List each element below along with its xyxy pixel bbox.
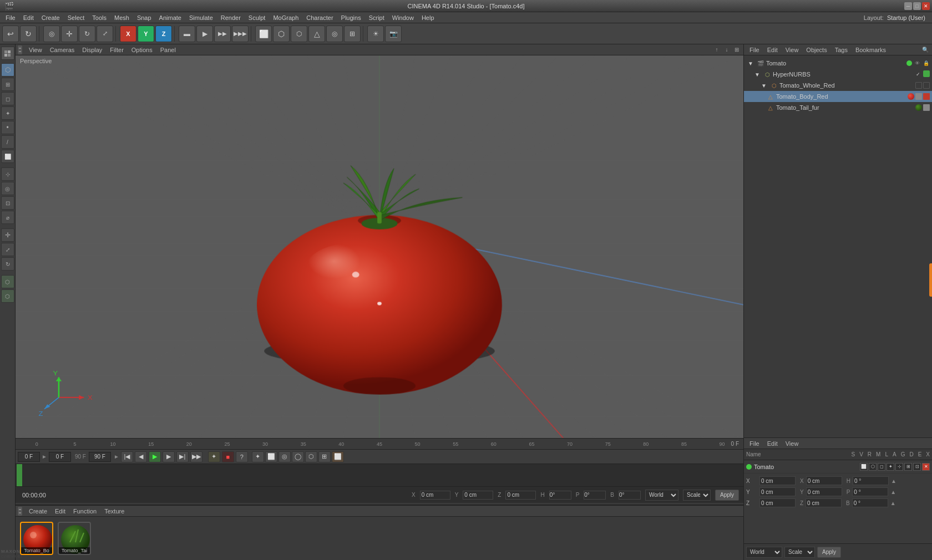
- cylinder-button[interactable]: ⬡: [291, 26, 307, 42]
- obj-row-tomato[interactable]: ▼ 🎬 Tomato 👁 🔒: [744, 58, 932, 69]
- vp-menu-view[interactable]: View: [26, 45, 45, 54]
- obj-hypernurbs-visible[interactable]: ✓: [914, 70, 922, 78]
- timeline-icon-2[interactable]: ⬜: [265, 451, 277, 462]
- viewport-area[interactable]: View Cameras Display Filter Options Pane…: [16, 44, 743, 438]
- vp-menu-options[interactable]: Options: [128, 45, 156, 54]
- help-button[interactable]: ?: [236, 451, 248, 462]
- attr-input-pos-x[interactable]: [759, 476, 796, 485]
- pos-z-input[interactable]: [505, 491, 536, 500]
- menu-create[interactable]: Create: [38, 13, 63, 22]
- close-button[interactable]: ✕: [922, 2, 930, 10]
- timeline-icon-7[interactable]: ⬜: [332, 451, 344, 462]
- select-all-button[interactable]: ⊹: [1, 167, 14, 181]
- poly-mode-button[interactable]: ⬜: [1, 150, 14, 163]
- menu-render[interactable]: Render: [217, 13, 244, 22]
- menu-script[interactable]: Script: [366, 13, 388, 22]
- obj-row-hypernurbs[interactable]: ▼ ⬡ HyperNURBS ✓: [744, 69, 932, 80]
- vp-menu-filter[interactable]: Filter: [107, 45, 126, 54]
- attr-menu-view[interactable]: View: [782, 439, 802, 448]
- menu-window[interactable]: Window: [389, 13, 417, 22]
- menu-sculpt[interactable]: Sculpt: [245, 13, 269, 22]
- attr-icon-2[interactable]: ⬡: [869, 463, 877, 471]
- plane-button[interactable]: ⊞: [344, 26, 361, 42]
- vp-icon-1[interactable]: ↑: [712, 45, 721, 54]
- goto-start-button[interactable]: |◀: [121, 451, 133, 462]
- menu-help[interactable]: Help: [418, 13, 438, 22]
- mat-menu-function[interactable]: Function: [70, 507, 100, 516]
- material-thumb-body[interactable]: Tomato_Bo: [20, 522, 53, 555]
- x-axis-button[interactable]: X: [120, 26, 136, 42]
- transform-mode-select[interactable]: Scale Move Rotate: [683, 490, 711, 501]
- model-mode-button[interactable]: ⬡: [1, 63, 14, 77]
- rect-sel-button[interactable]: ⊡: [1, 196, 14, 210]
- prev-frame-button[interactable]: ◀: [135, 451, 147, 462]
- attr-icon-4[interactable]: ✦: [887, 463, 894, 471]
- menu-mesh[interactable]: Mesh: [111, 13, 133, 22]
- obj-menu-tags[interactable]: Tags: [832, 45, 851, 54]
- menu-simulate[interactable]: Simulate: [186, 13, 216, 22]
- menu-character[interactable]: Character: [303, 13, 336, 22]
- render-active-button[interactable]: ▶▶: [214, 26, 231, 42]
- lasso-sel-button[interactable]: ⌀: [1, 211, 14, 224]
- attr-input-p[interactable]: [852, 487, 888, 496]
- obj-menu-view[interactable]: View: [782, 45, 802, 54]
- live-sel-button[interactable]: ◎: [1, 182, 14, 195]
- attr-input-b[interactable]: [852, 498, 888, 507]
- z-axis-button[interactable]: Z: [155, 26, 172, 42]
- vp-icon-2[interactable]: ↓: [722, 45, 731, 54]
- edge-mode-button[interactable]: /: [1, 135, 14, 149]
- mat-menu-create[interactable]: Create: [26, 507, 50, 516]
- maximize-button[interactable]: □: [913, 2, 921, 10]
- menu-tools[interactable]: Tools: [89, 13, 110, 22]
- vp-menu-display[interactable]: Display: [79, 45, 105, 54]
- timeline-icon-3[interactable]: ◎: [278, 451, 291, 462]
- menu-snap[interactable]: Snap: [134, 13, 155, 22]
- attr-input-h[interactable]: [853, 476, 889, 485]
- attr-coord-system[interactable]: World: [746, 547, 782, 558]
- texture-mode-button[interactable]: ⊞: [1, 78, 14, 91]
- obj-row-body-red[interactable]: △ Tomato_Body_Red: [744, 91, 932, 102]
- timeline-icon-6[interactable]: ⊞: [318, 451, 331, 462]
- redo-button[interactable]: ↻: [20, 26, 37, 42]
- attr-input-rot-z[interactable]: [806, 498, 842, 507]
- render-region-button[interactable]: ▬: [179, 26, 195, 42]
- attr-icon-6[interactable]: ⊞: [904, 463, 912, 471]
- material-item-tail[interactable]: Tomato_Tai: [58, 522, 91, 555]
- goto-end-button[interactable]: ▶|: [176, 451, 189, 462]
- timeline-playhead[interactable]: [17, 464, 22, 486]
- rot-b-input[interactable]: [619, 491, 641, 500]
- menu-select[interactable]: Select: [64, 13, 88, 22]
- menu-edit[interactable]: Edit: [20, 13, 37, 22]
- pos-y-input[interactable]: [463, 491, 493, 500]
- camera-button[interactable]: 📷: [385, 26, 402, 42]
- attr-transform-mode[interactable]: Scale: [784, 547, 815, 558]
- right-scrolltab[interactable]: [929, 263, 932, 297]
- end-frame-input[interactable]: [89, 452, 111, 462]
- material-thumb-tail[interactable]: Tomato_Tai: [58, 522, 91, 555]
- current-frame-input[interactable]: [18, 452, 40, 462]
- attr-icon-5[interactable]: ⊹: [895, 463, 903, 471]
- timeline-icon-1[interactable]: ✦: [252, 451, 264, 462]
- mat-menu-texture[interactable]: Texture: [101, 507, 128, 516]
- next-frame-button[interactable]: ▶: [163, 451, 175, 462]
- attr-input-pos-z[interactable]: [759, 498, 796, 507]
- coord-system-select[interactable]: World Object Camera: [645, 490, 678, 501]
- attr-input-rot-x[interactable]: [806, 476, 842, 485]
- undo-button[interactable]: ↩: [2, 26, 19, 42]
- timeline-track[interactable]: [16, 464, 743, 486]
- rotate-tool-button[interactable]: ↻: [1, 257, 14, 271]
- attr-icon-1[interactable]: ⬜: [860, 463, 868, 471]
- render-button[interactable]: ▶: [196, 26, 213, 42]
- rotate-button[interactable]: ↻: [79, 26, 95, 42]
- timeline-icon-4[interactable]: ◯: [292, 451, 304, 462]
- timeline-icon-5[interactable]: ⬡: [305, 451, 317, 462]
- attr-input-pos-y[interactable]: [759, 487, 796, 496]
- cone-button[interactable]: △: [308, 26, 325, 42]
- uv-mode-button[interactable]: ◻: [1, 92, 14, 105]
- pos-x-input[interactable]: [420, 491, 450, 500]
- obj-action-lock[interactable]: 🔒: [922, 59, 930, 67]
- sphere-button[interactable]: ⬡: [273, 26, 290, 42]
- attr-icon-7[interactable]: ⊡: [913, 463, 921, 471]
- light-button[interactable]: ☀: [367, 26, 384, 42]
- joint-mode-button[interactable]: ✦: [1, 106, 14, 120]
